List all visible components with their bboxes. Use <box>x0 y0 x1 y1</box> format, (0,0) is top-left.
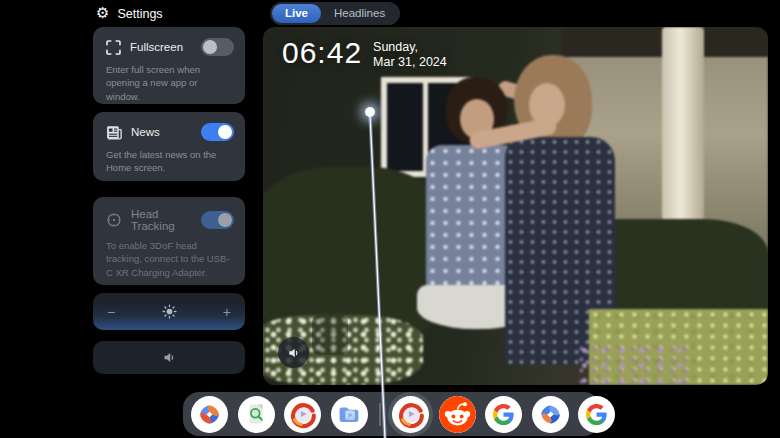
clock-date: Sunday, Mar 31, 2024 <box>373 36 447 70</box>
tab-live[interactable]: Live <box>272 4 321 23</box>
photos-app-icon[interactable] <box>331 396 368 433</box>
speaker-icon <box>286 345 302 361</box>
toggle-knob <box>218 125 232 139</box>
media-player-app-icon[interactable] <box>392 396 429 433</box>
dock-divider <box>379 403 381 426</box>
head-tracking-label: Head Tracking <box>131 208 192 232</box>
google-app-icon[interactable] <box>485 396 522 433</box>
head-tracking-icon <box>106 212 122 228</box>
file-search-app-icon[interactable] <box>238 396 275 433</box>
news-toggle[interactable] <box>201 123 234 141</box>
fullscreen-label: Fullscreen <box>130 41 192 53</box>
volume-control[interactable] <box>93 341 245 374</box>
fullscreen-toggle[interactable] <box>201 38 234 56</box>
nebula-blue-app-icon[interactable] <box>532 396 569 433</box>
head-tracking-setting-card: Head Tracking To enable 3DoF head tracki… <box>93 197 245 285</box>
toggle-knob <box>218 213 232 227</box>
toggle-knob <box>203 40 217 54</box>
live-video-panel[interactable]: 06:42 Sunday, Mar 31, 2024 <box>263 27 768 385</box>
news-label: News <box>131 126 192 138</box>
media-player-app-icon[interactable] <box>284 396 321 433</box>
head-tracking-toggle[interactable] <box>201 211 234 229</box>
brightness-icon <box>161 303 178 320</box>
brightness-decrease-button[interactable]: − <box>107 305 115 319</box>
brightness-control[interactable]: − + <box>93 293 245 330</box>
mute-button[interactable] <box>278 337 309 368</box>
app-dock <box>183 392 600 436</box>
tab-headlines-label: Headlines <box>334 7 385 19</box>
xr-home-screen: ⚙ Settings Fullscreen Enter full screen … <box>0 0 780 438</box>
video-watermark <box>312 315 348 355</box>
tab-headlines[interactable]: Headlines <box>321 4 398 23</box>
clock-full-date: Mar 31, 2024 <box>373 55 447 69</box>
clock-day: Sunday, <box>373 40 418 54</box>
tab-live-label: Live <box>285 7 308 19</box>
clock-overlay: 06:42 Sunday, Mar 31, 2024 <box>282 36 447 70</box>
settings-title: Settings <box>117 7 162 21</box>
news-tabbar: Live Headlines <box>270 2 400 25</box>
gear-icon: ⚙ <box>96 6 109 21</box>
reddit-app-icon[interactable] <box>439 396 476 433</box>
fullscreen-setting-card: Fullscreen Enter full screen when openin… <box>93 27 245 104</box>
news-setting-card: News Get the latest news on the Home scr… <box>93 112 245 181</box>
nebula-app-icon[interactable] <box>191 396 228 433</box>
clock-time: 06:42 <box>282 36 362 70</box>
google-app-icon[interactable] <box>578 396 615 433</box>
volume-icon <box>161 349 178 366</box>
news-icon <box>106 125 122 140</box>
head-tracking-description: To enable 3DoF head tracking, connect to… <box>93 232 245 279</box>
settings-header: ⚙ Settings <box>96 6 163 21</box>
fullscreen-icon <box>106 40 121 55</box>
brightness-increase-button[interactable]: + <box>223 305 231 319</box>
news-description: Get the latest news on the Home screen. <box>93 141 245 175</box>
fullscreen-description: Enter full screen when opening a new app… <box>93 56 245 103</box>
